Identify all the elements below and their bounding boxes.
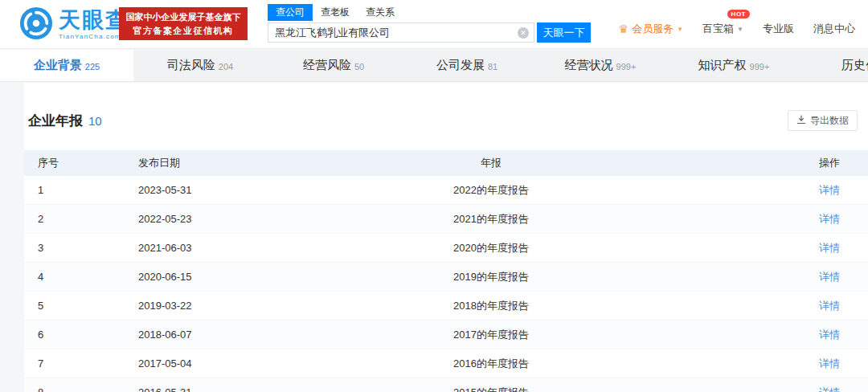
report-name: 2016的年度报告	[299, 357, 683, 371]
export-data-button[interactable]: 导出数据	[788, 110, 858, 131]
vip-services-menu[interactable]: ♛ 会员服务 ▼	[619, 22, 683, 36]
section-tab[interactable]: 历史信息	[800, 50, 868, 81]
detail-link[interactable]: 详情	[819, 271, 840, 283]
row-index: 7	[24, 357, 138, 370]
toolbox-menu[interactable]: HOT 百宝箱 ▼	[702, 22, 743, 36]
publish-date: 2023-05-31	[138, 184, 299, 196]
detail-link[interactable]: 详情	[819, 213, 840, 225]
search-type-tab[interactable]: 查老板	[313, 4, 358, 21]
publish-date: 2021-06-03	[138, 242, 299, 254]
col-header-publish-date: 发布日期	[138, 156, 299, 170]
section-tab[interactable]: 司法风险 204	[133, 50, 267, 81]
certification-badge: 国家中小企业发展子基金旗下 官方备案企业征信机构	[119, 7, 248, 40]
annual-report-row: 3 2021-06-03 2020的年度报告 详情	[24, 234, 868, 263]
hot-badge: HOT	[727, 10, 750, 18]
detail-link[interactable]: 详情	[819, 300, 840, 312]
publish-date: 2017-05-04	[138, 357, 299, 370]
certification-line1: 国家中小企业发展子基金旗下	[119, 10, 248, 24]
report-name: 2020的年度报告	[299, 241, 683, 255]
report-name: 2015的年度报告	[299, 386, 683, 392]
annual-report-row: 1 2023-05-31 2022的年度报告 详情	[24, 176, 868, 205]
section-tab[interactable]: 企业背景 225	[0, 50, 133, 81]
table-header-row: 序号 发布日期 年报 操作	[24, 150, 868, 176]
section-tab[interactable]: 经营风险 50	[267, 50, 400, 81]
publish-date: 2016-05-31	[138, 386, 299, 392]
detail-link[interactable]: 详情	[819, 357, 840, 370]
section-tab-label: 企业背景	[34, 58, 82, 73]
caret-down-icon: ▼	[737, 26, 743, 33]
vip-services-label: 会员服务	[632, 22, 674, 36]
annual-report-row: 6 2018-06-07 2017的年度报告 详情	[24, 321, 868, 349]
report-name: 2018的年度报告	[299, 299, 683, 313]
detail-link[interactable]: 详情	[819, 184, 840, 196]
publish-date: 2020-06-15	[138, 271, 299, 283]
section-header: 企业年报10 导出数据	[28, 110, 858, 131]
section-title: 企业年报	[28, 113, 83, 129]
logo-swirl-icon	[19, 6, 53, 43]
search-button[interactable]: 天眼一下	[537, 22, 591, 43]
row-index: 8	[24, 386, 138, 392]
brand-name: 天眼查	[59, 10, 129, 31]
message-center-link[interactable]: 消息中心	[813, 22, 855, 36]
publish-date: 2022-05-23	[138, 213, 299, 225]
col-header-index: 序号	[24, 156, 138, 170]
clear-search-icon[interactable]: ✕	[518, 27, 529, 39]
annual-report-table: 序号 发布日期 年报 操作 1 2023-05-31 2022的年度报告 详情 …	[24, 150, 868, 392]
section-tab-label: 经营状况	[565, 58, 613, 73]
report-name: 2017的年度报告	[299, 328, 683, 342]
pro-version-link[interactable]: 专业版	[763, 22, 794, 36]
col-header-action: 操作	[683, 156, 868, 170]
section-count: 10	[88, 114, 102, 128]
detail-link[interactable]: 详情	[819, 386, 840, 392]
section-tab-count: 204	[219, 62, 233, 71]
search-tabs: 查公司查老板查关系	[268, 4, 591, 21]
annual-report-card: 企业年报10 导出数据 序号 发布日期 年报 操作 1 2023-05-31 2…	[24, 83, 868, 392]
section-tab-label: 公司发展	[436, 58, 485, 73]
section-tab-label: 历史信息	[841, 58, 868, 73]
row-index: 5	[24, 300, 138, 312]
download-icon	[796, 115, 806, 127]
publish-date: 2018-06-07	[138, 329, 299, 341]
toolbox-label: 百宝箱	[702, 22, 734, 36]
search-module: 查公司查老板查关系 ✕ 天眼一下	[268, 4, 591, 43]
crown-icon: ♛	[619, 22, 629, 35]
export-data-label: 导出数据	[810, 114, 849, 128]
search-type-tab[interactable]: 查公司	[268, 4, 313, 21]
section-tab[interactable]: 知识产权 999+	[667, 50, 800, 81]
report-name: 2019的年度报告	[299, 270, 683, 284]
search-box: ✕	[268, 22, 534, 43]
tianyancha-logo[interactable]: 天眼查 TianYanCha.com	[19, 6, 129, 43]
message-center-label: 消息中心	[813, 22, 855, 36]
company-section-tabbar: 企业背景 225 司法风险 204 经营风险 50 公司发展 81 经营状况 9…	[0, 50, 868, 82]
row-index: 1	[24, 184, 138, 196]
annual-report-row: 4 2020-06-15 2019的年度报告 详情	[24, 263, 868, 292]
detail-link[interactable]: 详情	[819, 242, 840, 254]
annual-report-row: 5 2019-03-22 2018的年度报告 详情	[24, 292, 868, 321]
row-index: 6	[24, 329, 138, 341]
annual-report-row: 7 2017-05-04 2016的年度报告 详情	[24, 349, 868, 378]
caret-down-icon: ▼	[677, 26, 683, 33]
section-tab-count: 50	[354, 62, 364, 71]
row-index: 3	[24, 242, 138, 254]
col-header-report: 年报	[299, 156, 683, 170]
section-tab-count: 225	[85, 62, 100, 71]
section-tab-label: 司法风险	[167, 58, 215, 73]
brand-domain: TianYanCha.com	[59, 34, 129, 40]
pro-version-label: 专业版	[763, 22, 794, 36]
row-index: 4	[24, 271, 138, 283]
search-input[interactable]	[268, 22, 534, 43]
row-index: 2	[24, 213, 138, 225]
table-body: 1 2023-05-31 2022的年度报告 详情 2 2022-05-23 2…	[24, 176, 868, 392]
top-header: 天眼查 TianYanCha.com 国家中小企业发展子基金旗下 官方备案企业征…	[0, 0, 868, 49]
annual-report-row: 2 2022-05-23 2021的年度报告 详情	[24, 205, 868, 234]
section-tab-label: 知识产权	[698, 58, 747, 73]
section-tab[interactable]: 公司发展 81	[400, 50, 534, 81]
header-right-nav: ♛ 会员服务 ▼ HOT 百宝箱 ▼ 专业版 消息中心	[619, 22, 855, 36]
section-tab-count: 999+	[750, 62, 770, 71]
report-name: 2022的年度报告	[299, 183, 683, 198]
section-tab-count: 999+	[616, 62, 637, 71]
section-tab[interactable]: 经营状况 999+	[534, 50, 667, 81]
section-tab-count: 81	[488, 62, 497, 71]
detail-link[interactable]: 详情	[819, 329, 840, 341]
search-type-tab[interactable]: 查关系	[358, 4, 403, 21]
